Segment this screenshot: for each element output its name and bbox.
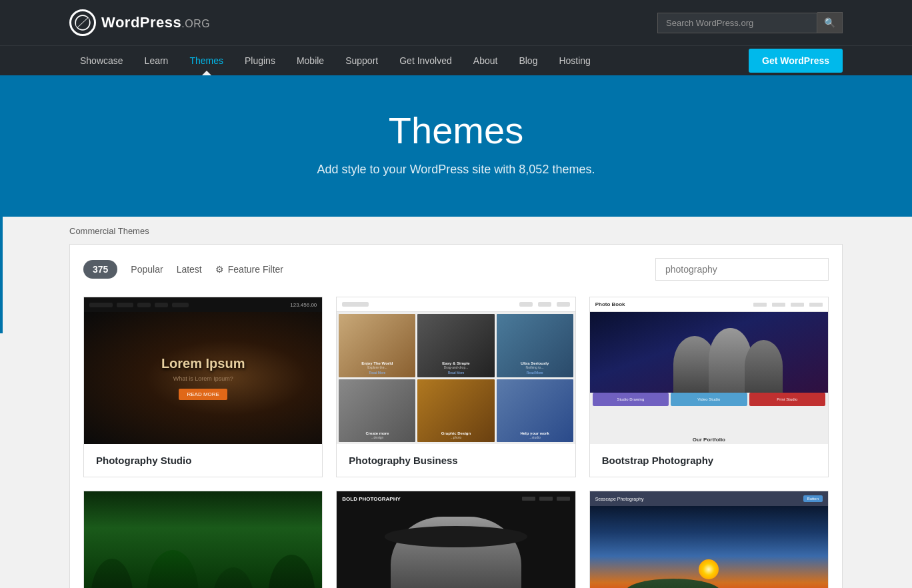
- site-logo[interactable]: WordPress.org: [69, 9, 210, 36]
- theme-preview-sunset-photography: Seascape Photography Button: [590, 491, 828, 588]
- themes-panel: 375 Popular Latest ⚙ Feature Filter: [69, 244, 843, 588]
- filter-bar-wrap: Commercial Themes: [0, 217, 912, 244]
- theme-preview-photography-studio: 123.456.00 Lorem Ipsum What is Lorem Ips…: [84, 297, 322, 444]
- theme-card-online-photography: Online Photography Just Another Blog The…: [83, 491, 323, 588]
- theme-card-sunset-photography: Seascape Photography Button Sunset Photo…: [589, 491, 829, 588]
- theme-card-photography-studio: 123.456.00 Lorem Ipsum What is Lorem Ips…: [83, 297, 323, 477]
- theme-card-bootstrap-photography: Photo Book: [589, 297, 829, 477]
- theme1-button: READ MORE: [179, 389, 227, 400]
- nav-item-hosting[interactable]: Hosting: [548, 46, 601, 75]
- nav-item-plugins[interactable]: Plugins: [234, 46, 286, 75]
- header-search: 🔍: [657, 12, 843, 33]
- theme-search-input[interactable]: [655, 258, 829, 281]
- themes-grid: 123.456.00 Lorem Ipsum What is Lorem Ips…: [83, 297, 829, 588]
- themes-container: 375 Popular Latest ⚙ Feature Filter: [56, 244, 856, 588]
- nav-links: Showcase Learn Themes Plugins Mobile Sup…: [69, 46, 601, 75]
- theme2-name: Photography Business: [337, 444, 575, 477]
- search-button[interactable]: 🔍: [817, 12, 843, 33]
- latest-link[interactable]: Latest: [177, 264, 202, 275]
- theme-preview-photography-business: Enjoy The World Explore the... Read More…: [337, 297, 575, 444]
- theme-preview-online-photography: Online Photography Just Another Blog The…: [84, 491, 322, 588]
- nav-item-blog[interactable]: Blog: [508, 46, 548, 75]
- filter-bar-inner: Commercial Themes: [56, 225, 856, 244]
- themes-toolbar: 375 Popular Latest ⚙ Feature Filter: [83, 258, 829, 281]
- logo-text: WordPress.org: [101, 14, 210, 31]
- theme-card-bold-photography: BOLD PHOTOGRAPHY Bold Photography: [336, 491, 575, 588]
- hero-section: Themes Add style to your WordPress site …: [0, 75, 912, 217]
- left-accent-bar: [0, 200, 3, 333]
- nav-item-mobile[interactable]: Mobile: [286, 46, 335, 75]
- nav-item-showcase[interactable]: Showcase: [69, 46, 134, 75]
- hero-subtitle: Add style to your WordPress site with 8,…: [13, 163, 899, 177]
- theme1-name: Photography Studio: [84, 444, 322, 477]
- site-header: WordPress.org 🔍: [0, 0, 912, 45]
- theme-preview-bold-photography: BOLD PHOTOGRAPHY: [337, 491, 575, 588]
- search-icon: 🔍: [824, 17, 835, 28]
- nav-item-get-involved[interactable]: Get Involved: [389, 46, 463, 75]
- get-wordpress-button[interactable]: Get WordPress: [749, 49, 843, 73]
- gear-icon: ⚙: [215, 264, 224, 275]
- theme-count-badge: 375: [83, 260, 117, 279]
- hero-title: Themes: [13, 109, 899, 152]
- theme1-sub: What is Lorem Ipsum?: [173, 375, 233, 382]
- main-nav: Showcase Learn Themes Plugins Mobile Sup…: [0, 45, 912, 75]
- feature-filter-link[interactable]: ⚙ Feature Filter: [215, 264, 283, 275]
- nav-item-learn[interactable]: Learn: [134, 46, 179, 75]
- popular-link[interactable]: Popular: [131, 264, 163, 275]
- theme-preview-bootstrap-photography: Photo Book: [590, 297, 828, 444]
- feature-filter-label: Feature Filter: [228, 264, 283, 275]
- logo-circle: [69, 9, 96, 36]
- nav-item-themes[interactable]: Themes: [179, 46, 234, 75]
- theme1-title: Lorem Ipsum: [161, 356, 245, 371]
- commercial-themes-link[interactable]: Commercial Themes: [69, 226, 149, 236]
- search-input[interactable]: [657, 13, 817, 33]
- theme3-name: Bootstrap Photography: [590, 444, 828, 477]
- theme-card-photography-business: Enjoy The World Explore the... Read More…: [336, 297, 575, 477]
- toolbar-left: 375 Popular Latest ⚙ Feature Filter: [83, 260, 283, 279]
- nav-item-support[interactable]: Support: [335, 46, 389, 75]
- nav-item-about[interactable]: About: [463, 46, 509, 75]
- wordpress-icon: [73, 13, 92, 32]
